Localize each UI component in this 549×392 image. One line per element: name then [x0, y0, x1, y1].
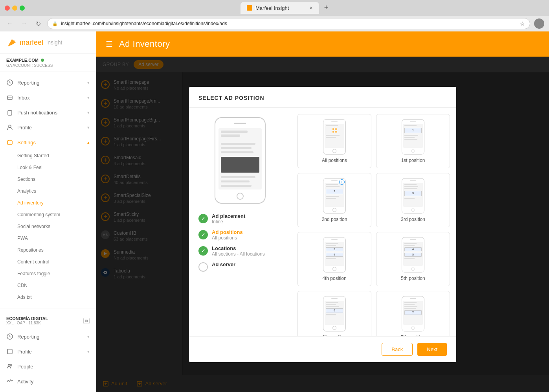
- chevron-icon: ▾: [87, 349, 90, 354]
- submenu-analytics[interactable]: Analytics: [0, 185, 96, 197]
- submenu-ads-txt[interactable]: Ads.txt: [0, 291, 96, 303]
- nav-item-settings[interactable]: Settings ▴: [0, 135, 96, 150]
- position-card-3rd-label: 3rd position: [401, 217, 425, 222]
- account-ga: GA ACCOUNT: SUCCESS: [6, 63, 90, 68]
- position-card-all[interactable]: All positions: [297, 114, 371, 168]
- address-bar[interactable]: 🔒 insight.marfeel.com/hub/insight/tenant…: [47, 18, 530, 29]
- position-card-5th[interactable]: 4 5 5th position: [376, 232, 450, 286]
- mini-phone-screen: [325, 124, 344, 148]
- position-card-all-label: All positions: [322, 158, 347, 163]
- submenu-pwa[interactable]: PWA: [0, 232, 96, 244]
- nav-item-reporting2[interactable]: Reporting ▾: [0, 329, 96, 344]
- position-card-7th[interactable]: 7 7th position: [376, 291, 450, 336]
- window-controls: [5, 6, 25, 11]
- mini-phone-speaker: [331, 180, 338, 181]
- nav-item-reporting[interactable]: Reporting ▾: [0, 75, 96, 90]
- sidebar-logo-area: marfeel insight: [0, 31, 96, 54]
- wizard-step-positions-value: All positions: [212, 235, 243, 241]
- nav-item-profile2[interactable]: Profile ▾: [0, 344, 96, 359]
- wizard-step-done-icon: ✓: [198, 230, 208, 239]
- tab-favicon: [247, 5, 252, 11]
- chevron-down-icon: ▾: [87, 125, 90, 130]
- main-nav: Reporting ▾ Inbox ▾: [0, 72, 96, 309]
- mini-phone-screen: 7: [403, 301, 423, 325]
- phone-speaker: [234, 123, 246, 124]
- mini-phone-speaker: [410, 298, 416, 299]
- bookmark-icon[interactable]: ☆: [520, 20, 525, 27]
- position-card-1st[interactable]: 1 1st position: [376, 114, 450, 168]
- back-nav-btn[interactable]: ←: [5, 18, 15, 29]
- submenu-repositories[interactable]: Repositories: [0, 244, 96, 256]
- close-window-btn[interactable]: [5, 6, 10, 11]
- submenu-features-toggle[interactable]: Features toggle: [0, 268, 96, 280]
- mini-phone-home: [332, 267, 336, 271]
- maximize-window-btn[interactable]: [20, 6, 25, 11]
- status-dot: [41, 59, 44, 62]
- sidebar: marfeel insight EXAMPLE.COM GA ACCOUNT: …: [0, 31, 96, 392]
- nav-label-settings: Settings: [17, 140, 83, 145]
- nav-item-people[interactable]: People: [0, 359, 96, 374]
- select-ad-position-modal: SELECT AD POSITION: [189, 87, 456, 362]
- back-button[interactable]: Back: [382, 343, 413, 356]
- modal-body: ✓ Ad placement Inline ✓: [189, 108, 456, 336]
- mini-phone-speaker: [410, 239, 416, 240]
- mini-phone-speaker: [410, 180, 416, 181]
- tab-close-btn[interactable]: ×: [310, 5, 313, 11]
- mini-phone-screen: 2: [325, 183, 344, 207]
- submenu-getting-started[interactable]: Getting Started: [0, 150, 96, 162]
- modal-overlay: SELECT AD POSITION: [96, 57, 549, 392]
- wizard-step-adserver: Ad server: [198, 261, 281, 272]
- browser-tab[interactable]: Marfeel Insight ×: [241, 2, 319, 14]
- wizard-step-done-icon: ✓: [198, 246, 208, 256]
- account2-detail: XXL · OAP · 11.83K: [6, 321, 80, 325]
- user-avatar[interactable]: [534, 18, 544, 29]
- minimize-window-btn[interactable]: [12, 6, 17, 11]
- people-icon: [6, 363, 13, 370]
- forward-nav-btn[interactable]: →: [19, 18, 29, 29]
- nav-label-push: Push notifications: [17, 110, 83, 116]
- svg-point-7: [9, 125, 11, 127]
- wizard-step-positions: ✓ Ad positions All positions: [198, 229, 281, 241]
- mini-phone-5th: 4 5: [402, 237, 424, 272]
- submenu-sections[interactable]: Sections: [0, 173, 96, 185]
- mini-phone-home: [332, 208, 336, 212]
- new-tab-btn[interactable]: +: [321, 2, 332, 13]
- hamburger-menu-btn[interactable]: ☰: [106, 39, 113, 49]
- account-badge[interactable]: ⊞: [83, 318, 90, 324]
- positions-grid: All positions 1: [297, 114, 450, 336]
- refresh-btn[interactable]: ↻: [33, 18, 43, 29]
- modal-right-panel: All positions 1: [291, 108, 456, 336]
- nav-item-profile[interactable]: Profile ▾: [0, 120, 96, 135]
- nav-item-push[interactable]: Push notifications ▾: [0, 105, 96, 120]
- mini-phone-screen: 3: [403, 183, 423, 207]
- chevron-icon: ▾: [87, 334, 90, 339]
- submenu-content-control[interactable]: Content control: [0, 256, 96, 268]
- submenu-ad-inventory[interactable]: Ad inventory: [0, 197, 96, 209]
- phone-line: [221, 151, 253, 153]
- submenu-look-feel[interactable]: Look & Feel: [0, 162, 96, 173]
- nav-item-inbox[interactable]: Inbox ▾: [0, 90, 96, 105]
- wizard-step-locations-value: All sections - All locations: [212, 251, 265, 257]
- submenu-commenting[interactable]: Commenting system: [0, 209, 96, 221]
- nav-label-reporting: Reporting: [17, 80, 83, 86]
- next-button[interactable]: Next: [417, 343, 447, 356]
- mini-phone-screen: 4 5: [403, 242, 423, 266]
- wizard-steps: ✓ Ad placement Inline ✓: [198, 213, 281, 272]
- position-card-2nd[interactable]: 2 i 2nd position: [297, 173, 371, 227]
- position-card-3rd[interactable]: 3 3rd position: [376, 173, 450, 227]
- mini-phone-3rd: 3: [402, 178, 424, 213]
- account-name: EXAMPLE.COM: [6, 58, 90, 63]
- mini-phone-screen: 1: [403, 124, 423, 148]
- phone-home-btn: [237, 193, 244, 200]
- position-card-6th[interactable]: 6 6th position: [297, 291, 371, 336]
- submenu-social-networks[interactable]: Social networks: [0, 221, 96, 232]
- account-switch: ECONOMÍA DIGITAL XXL · OAP · 11.83K ⊞: [0, 312, 96, 329]
- mini-phone-home: [411, 208, 415, 212]
- position-card-4th[interactable]: 3 4 4th position: [297, 232, 371, 286]
- chevron-down-icon: ▾: [87, 110, 90, 115]
- svg-rect-12: [7, 349, 12, 354]
- activity-icon: [6, 378, 13, 385]
- submenu-cdn[interactable]: CDN: [0, 280, 96, 291]
- mini-phone-all: [323, 119, 346, 155]
- nav-item-activity[interactable]: Activity: [0, 374, 96, 389]
